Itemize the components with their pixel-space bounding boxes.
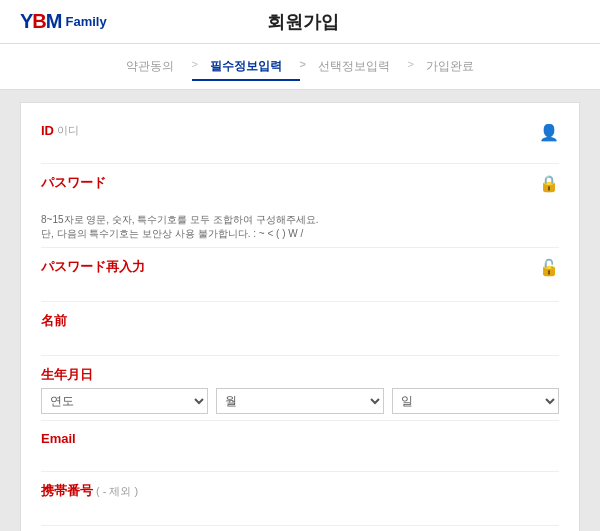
id-input[interactable] [41, 138, 559, 157]
lock-icon: 🔒 [539, 174, 559, 193]
birthday-month-select[interactable]: 월 [216, 388, 383, 414]
birthday-year-select[interactable]: 연도 [41, 388, 208, 414]
birthday-label: 生年月日 [41, 366, 559, 384]
form-area: ID 이디 👤 パスワード 🔒 8~15자로 영문, 숫자, 특수기호를 모두 … [20, 102, 580, 531]
password-re-field-row: パスワード再入力 🔓 [41, 248, 559, 302]
id-field-row: ID 이디 👤 [41, 113, 559, 164]
birthday-day-select[interactable]: 일 [392, 388, 559, 414]
birthday-selects: 연도 월 일 [41, 388, 559, 414]
password-hint: 8~15자로 영문, 숫자, 특수기호를 모두 조합하여 구성해주세요. 단, … [41, 213, 559, 241]
password-re-label: パスワード再入力 [41, 258, 559, 276]
name-input[interactable] [41, 330, 559, 349]
email-label: Email [41, 431, 559, 446]
page-title: 회원가입 [27, 10, 580, 34]
password-field-row: パスワード 🔒 8~15자로 영문, 숫자, 특수기호를 모두 조합하여 구성해… [41, 164, 559, 248]
name-label: 名前 [41, 312, 559, 330]
password-re-input[interactable] [41, 276, 559, 295]
step-done[interactable]: 가입완료 [408, 54, 492, 81]
name-field-row: 名前 [41, 302, 559, 356]
page-wrapper: YBM Family 회원가입 약관동의 필수정보입력 선택정보입력 가입완료 … [0, 0, 600, 531]
header: YBM Family 회원가입 [0, 0, 600, 44]
phone-label: 携帯番号 ( - 제외 ) [41, 482, 559, 500]
password-label: パスワード [41, 174, 559, 192]
step-required[interactable]: 필수정보입력 [192, 54, 300, 81]
birthday-field-row: 生年月日 연도 월 일 [41, 356, 559, 421]
id-label: ID 이디 [41, 123, 559, 138]
email-input[interactable] [41, 446, 559, 465]
user-icon: 👤 [539, 123, 559, 142]
phone-input[interactable] [41, 500, 559, 519]
step-optional[interactable]: 선택정보입력 [300, 54, 408, 81]
steps-bar: 약관동의 필수정보입력 선택정보입력 가입완료 [0, 44, 600, 90]
lock-check-icon: 🔓 [539, 258, 559, 277]
auth-method-row: 인증방법 ✓ 휴대폰 Email 認証 [41, 526, 559, 531]
password-input[interactable] [41, 192, 559, 211]
email-field-row: Email [41, 421, 559, 472]
step-agree[interactable]: 약관동의 [108, 54, 192, 81]
phone-field-row: 携帯番号 ( - 제외 ) [41, 472, 559, 526]
